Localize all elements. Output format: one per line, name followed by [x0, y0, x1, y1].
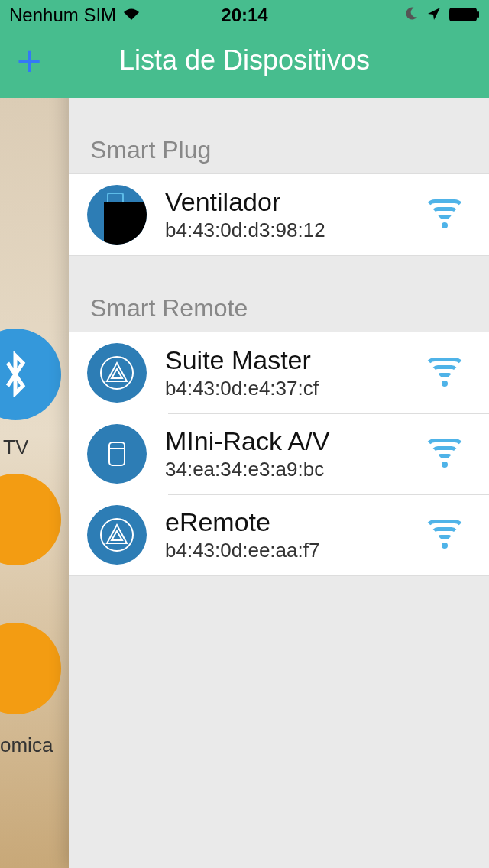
device-mac: b4:43:0d:ee:aa:f7: [165, 539, 406, 562]
svg-rect-0: [450, 8, 476, 21]
bg-orange-icon-1: [0, 474, 61, 565]
clock: 20:14: [221, 5, 267, 26]
carrier-label: Nenhum SIM: [9, 5, 116, 26]
svg-rect-3: [109, 442, 125, 465]
device-name: Ventilador: [165, 187, 406, 217]
wifi-signal-icon: [425, 358, 465, 388]
device-row[interactable]: Ventilador b4:43:0d:d3:98:12: [69, 173, 489, 256]
section-header-smart-plug: Smart Plug: [69, 98, 489, 173]
device-name: Suite Master: [165, 345, 406, 375]
svg-rect-1: [477, 11, 479, 18]
bg-bluetooth-icon: [0, 329, 61, 420]
bg-tv-label: TV: [3, 436, 28, 459]
page-title: Lista de Dispositivos: [0, 44, 489, 76]
wifi-signal-icon: [425, 520, 465, 550]
section-header-smart-remote: Smart Remote: [69, 256, 489, 332]
remote-rect-icon: [87, 424, 147, 484]
battery-icon: [449, 5, 480, 26]
device-row[interactable]: MIni-Rack A/V 34:ea:34:e3:a9:bc: [69, 413, 489, 494]
bg-omica-label: omica: [0, 734, 53, 757]
device-list-panel[interactable]: Smart Plug Ventilador b4:43:0d:d3:98:12 …: [69, 0, 489, 868]
device-mac: b4:43:0d:d3:98:12: [165, 219, 406, 242]
wifi-signal-icon: [425, 199, 465, 230]
remote-triangle-icon: [87, 505, 147, 565]
device-row[interactable]: Suite Master b4:43:0d:e4:37:cf: [69, 332, 489, 413]
device-name: MIni-Rack A/V: [165, 426, 406, 456]
bg-orange-icon-2: [0, 623, 61, 714]
wifi-signal-icon: [425, 439, 465, 469]
device-mac: b4:43:0d:e4:37:cf: [165, 377, 406, 400]
device-mac: 34:ea:34:e3:a9:bc: [165, 458, 406, 481]
plug-icon: [87, 185, 147, 245]
device-row[interactable]: eRemote b4:43:0d:ee:aa:f7: [69, 494, 489, 576]
remote-triangle-icon: [87, 343, 147, 403]
status-bar: Nenhum SIM 20:14: [0, 0, 489, 31]
wifi-status-icon: [122, 5, 141, 26]
device-name: eRemote: [165, 507, 406, 537]
moon-icon: [403, 5, 419, 26]
location-icon: [426, 5, 442, 26]
